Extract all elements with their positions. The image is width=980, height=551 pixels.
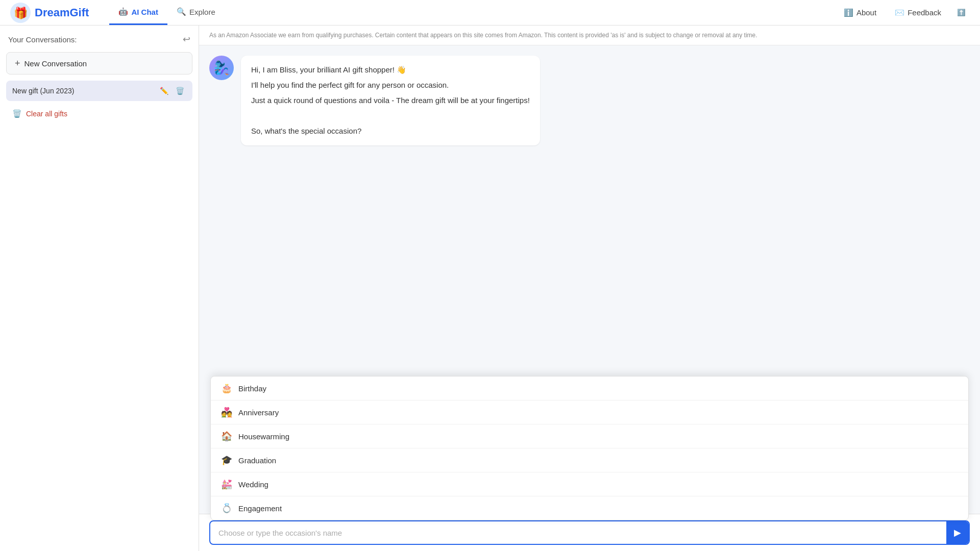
main-layout: Your Conversations: ↩ + New Conversation… bbox=[0, 26, 980, 551]
dropdown-item-housewarming[interactable]: 🏠 Housewarming bbox=[211, 424, 968, 448]
collapse-icon: ↩ bbox=[183, 34, 190, 45]
dropdown-item-graduation[interactable]: 🎓 Graduation bbox=[211, 448, 968, 472]
about-icon: ℹ️ bbox=[844, 8, 853, 17]
wedding-emoji: 💒 bbox=[221, 479, 232, 490]
input-area: 🎂 Birthday 💑 Anniversary 🏠 Housewarming … bbox=[199, 514, 980, 551]
about-button[interactable]: ℹ️ About bbox=[837, 5, 884, 20]
chat-line-5: So, what's the special occasion? bbox=[251, 125, 530, 137]
conversation-item[interactable]: New gift (Jun 2023) ✏️ 🗑️ bbox=[6, 81, 192, 101]
conversation-actions: ✏️ 🗑️ bbox=[158, 86, 186, 96]
disclaimer-banner: As an Amazon Associate we earn from qual… bbox=[199, 26, 980, 45]
tab-explore[interactable]: 🔍 Explore bbox=[167, 0, 225, 25]
dropdown-item-birthday[interactable]: 🎂 Birthday bbox=[211, 377, 968, 400]
delete-conversation-button[interactable]: 🗑️ bbox=[174, 86, 186, 96]
edit-icon: ✏️ bbox=[160, 87, 168, 95]
header-right: ℹ️ About ✉️ Feedback ⬆️ bbox=[837, 4, 970, 21]
feedback-button[interactable]: ✉️ Feedback bbox=[888, 5, 948, 20]
sidebar-header: Your Conversations: ↩ bbox=[6, 34, 192, 45]
chat-line-3: Just a quick round of questions and voil… bbox=[251, 94, 530, 107]
share-button[interactable]: ⬆️ bbox=[952, 4, 970, 21]
avatar: 🧞‍♀️ bbox=[209, 56, 234, 80]
edit-conversation-button[interactable]: ✏️ bbox=[158, 86, 170, 96]
new-conversation-button[interactable]: + New Conversation bbox=[6, 52, 192, 74]
housewarming-emoji: 🏠 bbox=[221, 431, 232, 442]
plus-icon: + bbox=[15, 59, 20, 68]
tab-ai-chat[interactable]: 🤖 AI Chat bbox=[109, 0, 167, 25]
header: 🎁 DreamGift 🤖 AI Chat 🔍 Explore ℹ️ About… bbox=[0, 0, 980, 26]
send-button[interactable]: ▶ bbox=[946, 521, 969, 544]
content-area: As an Amazon Associate we earn from qual… bbox=[199, 26, 980, 551]
chat-line-1: Hi, I am Bliss, your brilliant AI gift s… bbox=[251, 64, 530, 76]
occasion-dropdown: 🎂 Birthday 💑 Anniversary 🏠 Housewarming … bbox=[210, 376, 969, 520]
sidebar-title: Your Conversations: bbox=[8, 35, 77, 44]
chat-line-4 bbox=[251, 110, 530, 122]
chat-bubble: Hi, I am Bliss, your brilliant AI gift s… bbox=[241, 56, 540, 145]
logo-text: DreamGift bbox=[35, 6, 89, 19]
send-icon: ▶ bbox=[954, 527, 961, 538]
logo: 🎁 DreamGift bbox=[10, 3, 89, 23]
clear-trash-icon: 🗑️ bbox=[12, 109, 22, 118]
occasion-input[interactable] bbox=[210, 522, 946, 543]
birthday-emoji: 🎂 bbox=[221, 383, 232, 394]
graduation-emoji: 🎓 bbox=[221, 455, 232, 466]
collapse-sidebar-button[interactable]: ↩ bbox=[183, 34, 190, 45]
nav-tabs: 🤖 AI Chat 🔍 Explore bbox=[109, 0, 224, 25]
dropdown-item-engagement[interactable]: 💍 Engagement bbox=[211, 496, 968, 520]
logo-icon: 🎁 bbox=[10, 3, 31, 23]
input-wrapper: 🎂 Birthday 💑 Anniversary 🏠 Housewarming … bbox=[209, 520, 970, 545]
trash-icon: 🗑️ bbox=[176, 87, 184, 95]
dropdown-item-anniversary[interactable]: 💑 Anniversary bbox=[211, 400, 968, 424]
chat-line-2: I'll help you find the perfect gift for … bbox=[251, 79, 530, 91]
ai-chat-icon: 🤖 bbox=[118, 7, 128, 16]
share-icon: ⬆️ bbox=[957, 9, 966, 16]
sidebar: Your Conversations: ↩ + New Conversation… bbox=[0, 26, 199, 551]
anniversary-emoji: 💑 bbox=[221, 407, 232, 418]
feedback-icon: ✉️ bbox=[895, 8, 904, 17]
engagement-emoji: 💍 bbox=[221, 503, 232, 514]
svg-text:🎁: 🎁 bbox=[14, 6, 28, 20]
dropdown-item-wedding[interactable]: 💒 Wedding bbox=[211, 472, 968, 496]
conversation-label: New gift (Jun 2023) bbox=[12, 87, 74, 95]
explore-icon: 🔍 bbox=[177, 7, 186, 16]
chat-message: 🧞‍♀️ Hi, I am Bliss, your brilliant AI g… bbox=[209, 56, 970, 145]
clear-all-button[interactable]: 🗑️ Clear all gifts bbox=[6, 105, 192, 122]
